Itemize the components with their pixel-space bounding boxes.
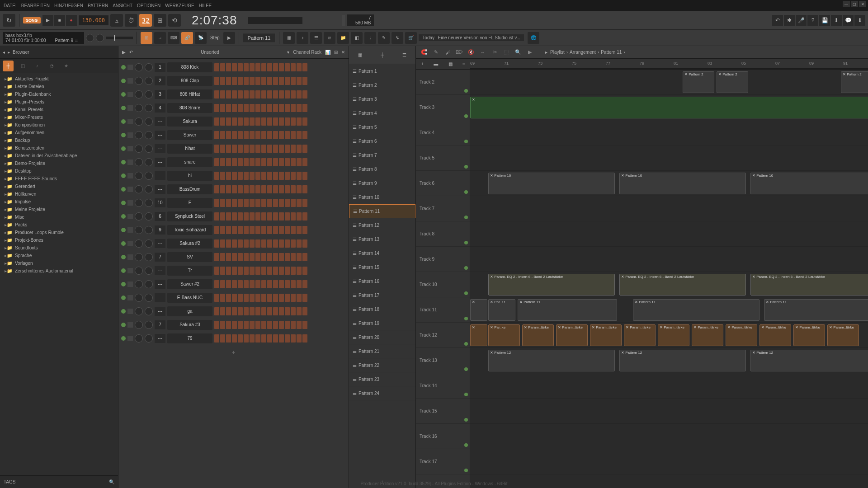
step-button[interactable]: [250, 212, 255, 221]
browser-item[interactable]: ▸📁Plugin-Datenbank: [0, 90, 118, 98]
channel-vol-knob[interactable]: [145, 239, 153, 248]
playlist-button[interactable]: ▦: [283, 32, 295, 44]
step-button[interactable]: [273, 117, 278, 126]
cr-graph-icon[interactable]: 📊: [325, 50, 330, 55]
step-button[interactable]: [232, 226, 237, 234]
track-mute[interactable]: [464, 418, 468, 422]
step-button[interactable]: [250, 145, 255, 153]
clip[interactable]: ✕ Param..tärke: [692, 324, 723, 346]
channel-number[interactable]: 7: [155, 253, 165, 262]
step-button[interactable]: [244, 145, 249, 153]
browser-item[interactable]: ▸📁Impulse: [0, 198, 118, 206]
channel-number[interactable]: 10: [155, 198, 165, 207]
step-button[interactable]: [255, 117, 260, 126]
countdown-icon[interactable]: 3̲2̲: [139, 14, 152, 27]
step-button[interactable]: [267, 145, 272, 153]
link-icon[interactable]: 🔗: [181, 32, 193, 44]
pl-delete-icon[interactable]: ⌦: [455, 48, 464, 57]
step-button[interactable]: [232, 199, 237, 207]
step-button[interactable]: [279, 199, 284, 207]
track-mute[interactable]: [464, 89, 468, 93]
channel-number[interactable]: ---: [155, 239, 165, 248]
step-button[interactable]: [297, 280, 302, 288]
bar-number[interactable]: 87: [775, 60, 780, 67]
playlist-lane[interactable]: ✕ ✕ Pat. 11✕ Pattern 11✕ Pattern 11✕ Pat…: [470, 297, 868, 323]
step-button[interactable]: [267, 253, 272, 261]
cr-play-icon[interactable]: ▶: [122, 50, 126, 55]
step-button[interactable]: [238, 145, 243, 153]
step-button[interactable]: [261, 158, 266, 166]
step-button[interactable]: [220, 294, 225, 302]
clip[interactable]: ✕ Par..ke: [488, 324, 520, 346]
channel-name[interactable]: Synpluck Steel: [167, 211, 212, 221]
clip[interactable]: ✕ Pat. 11: [488, 299, 515, 321]
step-button[interactable]: [232, 280, 237, 288]
step-button[interactable]: [297, 226, 302, 234]
clip[interactable]: ✕ Param..tärke: [726, 324, 757, 346]
bar-number[interactable]: 71: [504, 60, 509, 67]
step-button[interactable]: [297, 239, 302, 248]
channel-mute[interactable]: [127, 241, 133, 246]
step-button[interactable]: [297, 294, 302, 302]
channel-name[interactable]: Sakura #2: [167, 239, 212, 249]
clip[interactable]: ✕: [470, 97, 868, 118]
step-button[interactable]: [291, 307, 296, 315]
step-button[interactable]: [255, 172, 260, 180]
channel-light[interactable]: [121, 214, 126, 219]
channel-pan-knob[interactable]: [135, 77, 143, 85]
step-button[interactable]: [297, 253, 302, 261]
tempo-button[interactable]: ♩: [364, 32, 376, 44]
step-button[interactable]: [261, 185, 266, 193]
channel-vol-knob[interactable]: [145, 294, 153, 302]
step-button[interactable]: [261, 321, 266, 329]
step-button[interactable]: [214, 226, 219, 234]
step-button[interactable]: [302, 90, 307, 99]
step-button[interactable]: [261, 226, 266, 234]
step-button[interactable]: [285, 199, 290, 207]
channel-vol-knob[interactable]: [145, 334, 153, 343]
channel-name[interactable]: BassDrum: [167, 184, 212, 194]
step-button[interactable]: [232, 145, 237, 153]
step-button[interactable]: [250, 172, 255, 180]
browser-item[interactable]: ▸📁Plugin-Presets: [0, 98, 118, 106]
step-button[interactable]: [285, 131, 290, 139]
step-button[interactable]: [285, 172, 290, 180]
track-mute[interactable]: [464, 291, 468, 295]
step-button[interactable]: [302, 172, 307, 180]
channel-mute[interactable]: [127, 268, 133, 273]
channel-number[interactable]: ---: [155, 158, 165, 167]
channel-vol-knob[interactable]: [145, 212, 153, 221]
step-button[interactable]: [214, 253, 219, 261]
step-button[interactable]: [232, 294, 237, 302]
step-button[interactable]: [220, 226, 225, 234]
step-button[interactable]: [279, 63, 284, 71]
track-header[interactable]: Track 4: [416, 120, 470, 145]
step-button[interactable]: [226, 172, 231, 180]
step-button[interactable]: [302, 239, 307, 248]
cr-grid-icon[interactable]: ⊞: [334, 50, 338, 55]
step-button[interactable]: [261, 267, 266, 275]
step-button[interactable]: [302, 63, 307, 71]
step-button[interactable]: [220, 104, 225, 112]
channel-light[interactable]: [121, 160, 126, 164]
step-button[interactable]: [302, 307, 307, 315]
channel-name[interactable]: ga: [167, 306, 212, 316]
step-button[interactable]: [214, 172, 219, 180]
step-button[interactable]: [250, 199, 255, 207]
channel-pan-knob[interactable]: [135, 104, 143, 112]
step-button[interactable]: [267, 131, 272, 139]
bar-number[interactable]: 77: [606, 60, 610, 67]
step-button[interactable]: [285, 90, 290, 99]
step-button[interactable]: [267, 267, 272, 275]
step-button[interactable]: [291, 199, 296, 207]
step-button[interactable]: [255, 90, 260, 99]
pl-slice-icon[interactable]: ✂: [490, 48, 499, 57]
track-header[interactable]: Track 5: [416, 145, 470, 171]
globe-icon[interactable]: 🌐: [528, 32, 539, 44]
step-button[interactable]: [279, 77, 284, 85]
step-button[interactable]: [244, 172, 249, 180]
browser-tab-1[interactable]: ◫: [17, 61, 28, 71]
step-button[interactable]: [232, 172, 237, 180]
step-button[interactable]: [291, 321, 296, 329]
step-button[interactable]: [297, 158, 302, 166]
